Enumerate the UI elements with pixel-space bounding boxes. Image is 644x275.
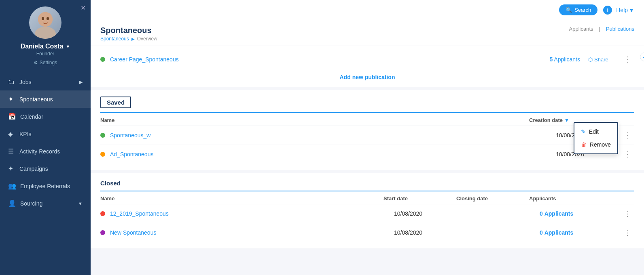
saved-row-ad-spontaneous: Ad_Spontaneous 10/08/2020 ⋮	[100, 145, 634, 164]
sort-icon: ▼	[564, 118, 569, 123]
referrals-icon: 👥	[8, 182, 16, 190]
search-button[interactable]: 🔍 Search	[559, 4, 597, 15]
closed-title: Closed	[100, 180, 634, 187]
career-page-row: Career Page_Spontaneous 5 Applicants ⬡ S…	[100, 51, 634, 68]
saved-table-header: Name Creation date ▼	[100, 113, 634, 126]
career-page-more-button[interactable]: ⋮	[621, 55, 634, 64]
closed-row-12-2019: 12_2019_Spontaneous 10/08/2020 0 Applica…	[100, 204, 634, 223]
sourcing-arrow-icon: ▼	[78, 201, 83, 206]
saved-section-header: Saved	[100, 90, 634, 113]
saved-row-spontaneous-w: Spontaneous_w 10/08/2020 ⋮ ✎ Edit 🗑 Remo…	[100, 126, 634, 145]
new-spontaneous-link[interactable]: New Spontaneous	[110, 229, 394, 236]
12-2019-link[interactable]: 12_2019_Spontaneous	[110, 210, 394, 217]
user-role: Founder	[36, 51, 55, 57]
add-publication-button[interactable]: Add new publication	[100, 68, 634, 82]
sidebar-item-kpis[interactable]: ◈ KPIs	[0, 125, 91, 143]
sidebar-item-employee-referrals[interactable]: 👥 Employee Referrals	[0, 177, 91, 195]
new-spontaneous-start-date: 10/08/2020	[394, 229, 467, 236]
spontaneous-w-more-button[interactable]: ⋮	[621, 131, 634, 140]
page-title: Spontaneous	[100, 26, 157, 35]
status-dot-green	[100, 57, 105, 62]
jobs-arrow-icon: ▶	[79, 80, 83, 85]
edit-menu-item[interactable]: ✎ Edit	[574, 125, 617, 138]
closed-dot-purple	[100, 230, 105, 235]
help-arrow-icon: ▼	[629, 7, 634, 13]
activity-icon: ☰	[8, 147, 15, 155]
publications-section: Career Page_Spontaneous 5 Applicants ⬡ S…	[91, 46, 644, 87]
career-page-applicants: 5 Applicants	[515, 56, 580, 63]
sidebar-item-sourcing[interactable]: 👤 Sourcing ▼	[0, 195, 91, 212]
help-info: i Help ▼	[603, 6, 634, 15]
share-icon: ⬡	[588, 57, 593, 63]
row-status-dot	[100, 133, 105, 138]
new-spontaneous-applicants: 0 Applicants	[540, 229, 621, 236]
saved-section: Saved Name Creation date ▼ Spontaneous_w…	[91, 90, 644, 170]
sidebar-close-button[interactable]: ✕	[80, 4, 86, 12]
avatar-image	[29, 6, 61, 39]
search-icon: 🔍	[566, 7, 572, 13]
calendar-icon: 📅	[8, 113, 16, 120]
sidebar-navigation: 🗂 Jobs ▶ ✦ Spontaneous 📅 Calendar ◈ KPIs…	[0, 73, 91, 212]
start-date-header: Start date	[383, 195, 456, 202]
saved-title: Saved	[100, 97, 131, 108]
breadcrumb-parent-link[interactable]: Spontaneous	[100, 36, 129, 42]
dropdown-arrow-icon: ▼	[66, 44, 70, 49]
applicants-header: Applicants	[529, 195, 610, 202]
info-icon[interactable]: i	[603, 6, 612, 15]
page-title-area: Spontaneous Spontaneous ▶ Overview	[100, 26, 157, 46]
spontaneous-icon: ✦	[8, 95, 15, 103]
closing-date-header: Closing date	[456, 195, 529, 202]
sidebar-item-spontaneous[interactable]: ✦ Spontaneous	[0, 90, 91, 108]
closed-name-header: Name	[100, 195, 383, 202]
name-column-header: Name	[100, 117, 529, 123]
kpis-icon: ◈	[8, 130, 15, 138]
page-header: Spontaneous Spontaneous ▶ Overview Appli…	[91, 20, 644, 46]
new-spontaneous-more-button[interactable]: ⋮	[621, 228, 634, 237]
tab-applicants[interactable]: Applicants	[569, 26, 593, 32]
settings-link[interactable]: ⚙ Settings	[34, 60, 57, 65]
breadcrumb: Spontaneous ▶ Overview	[100, 36, 157, 46]
trash-icon: 🗑	[581, 141, 587, 148]
ad-spontaneous-link[interactable]: Ad_Spontaneous	[110, 151, 556, 157]
help-button[interactable]: Help ▼	[616, 7, 634, 13]
share-button[interactable]: ⬡ Share	[588, 57, 621, 63]
context-menu: ✎ Edit 🗑 Remove	[574, 122, 618, 154]
row-status-dot-orange	[100, 152, 105, 157]
svg-point-1	[35, 27, 56, 39]
tab-separator: |	[599, 26, 600, 32]
jobs-icon: 🗂	[8, 78, 15, 86]
sidebar-item-activity-records[interactable]: ☰ Activity Records	[0, 143, 91, 160]
sidebar-item-campaigns[interactable]: ✦ Campaigns	[0, 160, 91, 177]
svg-point-2	[38, 12, 53, 27]
12-2019-applicants: 0 Applicants	[540, 210, 621, 217]
breadcrumb-current: Overview	[137, 36, 157, 42]
spontaneous-w-link[interactable]: Spontaneous_w	[110, 132, 556, 139]
breadcrumb-arrow-icon: ▶	[131, 37, 135, 41]
content-area: Spontaneous Spontaneous ▶ Overview Appli…	[91, 20, 644, 275]
topbar: 🔍 Search i Help ▼	[91, 0, 644, 20]
12-2019-start-date: 10/08/2020	[394, 210, 467, 217]
main-area: 🔍 Search i Help ▼ Spontaneous Spontaneou…	[91, 0, 644, 275]
gear-icon: ⚙	[34, 60, 38, 65]
closed-section-header: Closed	[100, 173, 634, 191]
page-tabs: Applicants | Publications	[569, 26, 634, 32]
closed-dot-red	[100, 211, 105, 216]
tab-publications[interactable]: Publications	[606, 26, 634, 32]
edit-icon: ✎	[581, 128, 586, 135]
sidebar-item-calendar[interactable]: 📅 Calendar	[0, 108, 91, 125]
campaigns-icon: ✦	[8, 165, 15, 172]
sidebar-item-jobs[interactable]: 🗂 Jobs ▶	[0, 73, 91, 90]
remove-menu-item[interactable]: 🗑 Remove	[574, 138, 617, 151]
user-name: Daniela Costa ▼	[21, 43, 70, 50]
ad-spontaneous-more-button[interactable]: ⋮	[621, 150, 634, 159]
12-2019-more-button[interactable]: ⋮	[621, 209, 634, 218]
svg-point-4	[47, 17, 49, 20]
closed-section: Closed Name Start date Closing date Appl…	[91, 173, 644, 248]
closed-table-header: Name Start date Closing date Applicants	[100, 191, 634, 204]
svg-point-3	[42, 17, 44, 20]
career-page-link[interactable]: Career Page_Spontaneous	[110, 56, 515, 63]
sidebar: ✕ Daniela Costa ▼ Founder ⚙ Settings 🗂 J…	[0, 0, 91, 275]
closed-row-new-spontaneous: New Spontaneous 10/08/2020 0 Applicants …	[100, 223, 634, 242]
avatar	[29, 6, 61, 39]
sourcing-icon: 👤	[8, 199, 16, 207]
